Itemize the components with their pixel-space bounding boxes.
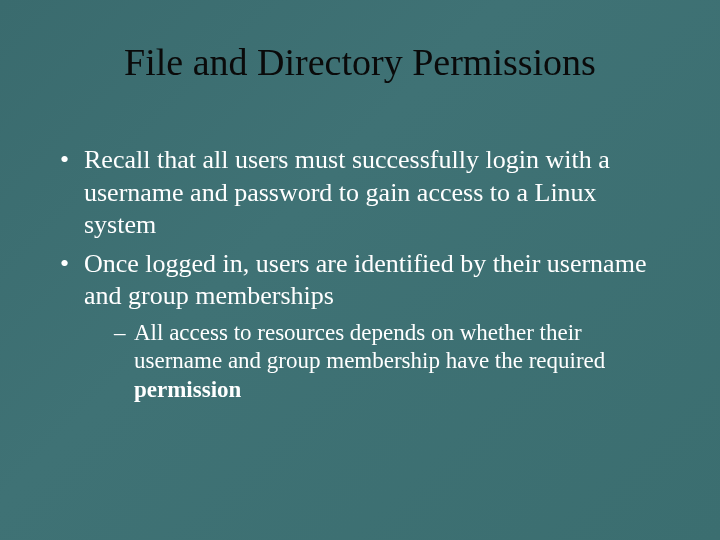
slide-title: File and Directory Permissions xyxy=(40,40,680,84)
slide: File and Directory Permissions Recall th… xyxy=(0,0,720,540)
slide-body: Recall that all users must successfully … xyxy=(40,144,680,405)
sub-bullet-item: All access to resources depends on wheth… xyxy=(114,319,670,405)
sub-bullet-bold: permission xyxy=(134,377,241,402)
sub-bullet-list: All access to resources depends on wheth… xyxy=(84,319,670,405)
bullet-list: Recall that all users must successfully … xyxy=(40,144,680,405)
bullet-item: Once logged in, users are identified by … xyxy=(60,248,670,405)
sub-bullet-text: All access to resources depends on wheth… xyxy=(134,320,605,374)
bullet-item: Recall that all users must successfully … xyxy=(60,144,670,242)
bullet-text: Once logged in, users are identified by … xyxy=(84,249,646,311)
